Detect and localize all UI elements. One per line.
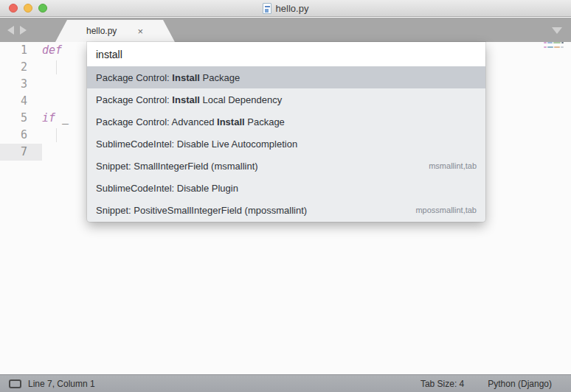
palette-search-input[interactable] [87,42,485,66]
panel-switcher-icon[interactable] [9,379,21,388]
palette-results-list: Package Control: Install PackagePackage … [87,66,485,222]
tab-hello-py[interactable]: hello.py × [55,20,175,42]
palette-item[interactable]: Package Control: Advanced Install Packag… [87,111,485,133]
line-number: 3 [0,76,42,93]
palette-item[interactable]: SublimeCodeIntel: Disable Plugin [87,177,485,199]
palette-item-label: Snippet: PositiveSmallIntegerField (mpos… [96,205,406,216]
nav-forward-icon[interactable] [20,26,27,35]
close-window-button[interactable] [9,4,18,13]
palette-item-trigger: msmallint,tab [429,161,477,170]
palette-item-label: Snippet: SmallIntegerField (msmallint) [96,161,420,172]
document-icon [263,3,271,14]
tab-size-indicator[interactable]: Tab Size: 4 [421,379,464,389]
indent-guide [56,128,57,142]
title-bar: hello.py [0,0,571,17]
palette-item-label: SublimeCodeIntel: Disable Live Autocompl… [96,139,477,150]
line-number: 7 [0,144,42,161]
palette-item-label: Package Control: Advanced Install Packag… [96,116,477,127]
tab-close-icon[interactable]: × [137,27,143,36]
palette-item-label: Package Control: Install Package [96,72,477,83]
window-title: hello.py [276,3,309,14]
palette-item[interactable]: Package Control: Install Local Dependenc… [87,88,485,111]
command-palette: Package Control: Install PackagePackage … [87,42,485,222]
line-number: 1 [0,42,42,59]
line-number: 5 [0,110,42,127]
minimap[interactable] [544,42,567,51]
palette-item-selected[interactable]: Package Control: Install Package [87,66,485,88]
palette-item-label: Package Control: Install Local Dependenc… [96,94,477,105]
status-bar: Line 7, Column 1 Tab Size: 4 Python (Dja… [0,374,571,392]
palette-item[interactable]: Snippet: PositiveSmallIntegerField (mpos… [87,199,485,221]
palette-item-label: SublimeCodeIntel: Disable Plugin [96,183,477,194]
tab-label: hello.py [86,26,117,36]
indent-guide [56,60,57,74]
palette-item[interactable]: SublimeCodeIntel: Disable Live Autocompl… [87,133,485,155]
syntax-indicator[interactable]: Python (Django) [488,379,552,389]
tab-overflow-dropdown-icon[interactable] [552,27,562,34]
palette-item-trigger: mpossmallint,tab [415,206,477,214]
traffic-lights [9,4,47,13]
minimize-window-button[interactable] [24,4,32,13]
nav-back-icon[interactable] [7,26,14,35]
line-number: 4 [0,93,42,110]
cursor-position[interactable]: Line 7, Column 1 [28,379,95,389]
zoom-window-button[interactable] [38,4,47,13]
line-number: 2 [0,59,42,76]
tab-bar: hello.py × [0,18,571,42]
palette-item[interactable]: Snippet: SmallIntegerField (msmallint)ms… [87,155,485,177]
line-number: 6 [0,127,42,144]
